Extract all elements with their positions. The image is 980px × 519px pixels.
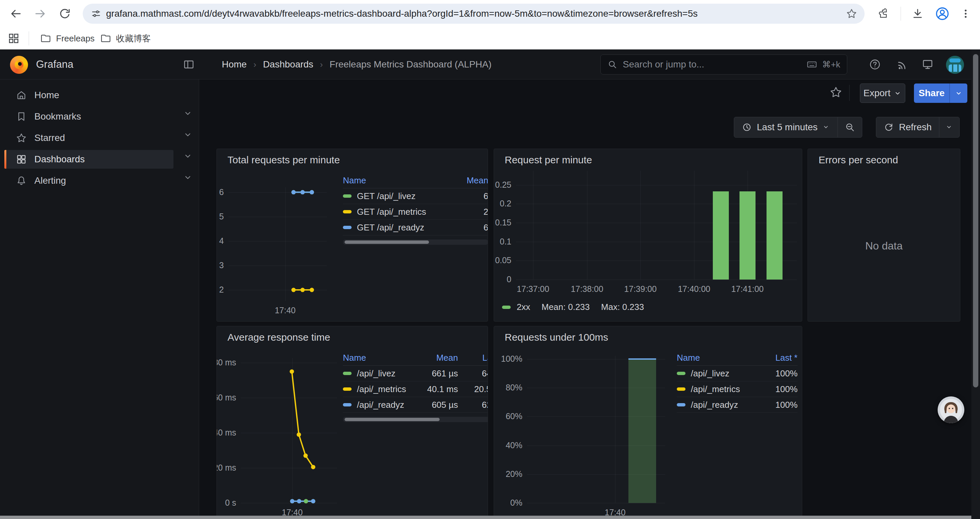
- sidebar-item-starred[interactable]: Starred: [4, 129, 173, 147]
- y-axis-tick-label: 0.1: [500, 237, 511, 246]
- legend-column-header[interactable]: Las: [458, 353, 488, 363]
- forward-icon[interactable]: [34, 7, 47, 21]
- apps-grid-icon[interactable]: [7, 32, 21, 45]
- vertical-scrollbar[interactable]: [971, 50, 980, 519]
- panel-title[interactable]: Total requests per minute: [228, 154, 340, 166]
- legend-row[interactable]: /api/_readyz605 µs620: [343, 397, 488, 413]
- search-input[interactable]: [622, 59, 802, 70]
- x-axis-tick-label: 17:39:00: [617, 284, 664, 294]
- refresh-interval-button[interactable]: [939, 117, 959, 137]
- news-rss-icon[interactable]: [896, 58, 908, 71]
- legend-series-name: /api/_readyz: [677, 400, 761, 410]
- legend-column-header[interactable]: Name: [677, 353, 761, 363]
- legend-row[interactable]: /api/_metrics40.1 ms20.5 r: [343, 382, 488, 397]
- reload-icon[interactable]: [58, 7, 72, 21]
- url-text[interactable]: grafana.mathmast.com/d/deytv4rwavabkb/fr…: [106, 4, 831, 24]
- legend-row[interactable]: GET /api/_metrics2: [343, 204, 488, 220]
- legend-column-header[interactable]: Mean: [455, 175, 488, 186]
- legend: NameLast */api/_livez100%/api/_metrics10…: [677, 350, 797, 413]
- legend-series-name: GET /api/_metrics: [343, 207, 455, 217]
- legend-row[interactable]: /api/_readyz100%: [677, 397, 797, 413]
- panel-title[interactable]: Errors per second: [819, 154, 898, 166]
- plot-area: 6543217:40: [229, 187, 327, 301]
- legend-scrollbar-track[interactable]: [343, 240, 488, 245]
- legend-swatch: [677, 372, 686, 375]
- bookmark-folder-blogs[interactable]: 收藏博客: [100, 27, 151, 50]
- share-menu-button[interactable]: [950, 83, 967, 103]
- home-icon: [16, 89, 27, 101]
- extensions-icon[interactable]: [877, 7, 890, 20]
- grafana-logo[interactable]: [10, 56, 28, 74]
- legend-row[interactable]: /api/_livez661 µs646: [343, 366, 488, 382]
- breadcrumb-separator: ›: [320, 59, 323, 70]
- sidebar-toggle-icon[interactable]: [183, 58, 195, 70]
- breadcrumb-dashboards[interactable]: Dashboards: [263, 59, 313, 70]
- legend-value: 646: [458, 368, 488, 379]
- panel-title[interactable]: Average response time: [228, 332, 330, 343]
- plot-area: 0.250.20.150.10.05017:37:0017:38:0017:39…: [516, 171, 797, 279]
- export-button[interactable]: Export: [860, 83, 905, 103]
- legend-row[interactable]: GET /api/_readyz6: [343, 220, 488, 235]
- breadcrumb-home[interactable]: Home: [222, 59, 247, 70]
- legend-scrollbar-track[interactable]: [343, 417, 488, 422]
- site-info-icon[interactable]: [91, 8, 102, 19]
- legend-value: 620: [458, 400, 488, 410]
- chevron-down-icon[interactable]: [183, 108, 193, 118]
- vertical-scrollbar-thumb[interactable]: [973, 54, 978, 387]
- toolbar-divider: [849, 85, 850, 101]
- assistant-avatar[interactable]: [938, 396, 964, 423]
- chevron-down-icon[interactable]: [183, 129, 193, 140]
- download-icon[interactable]: [911, 7, 924, 20]
- legend-scrollbar-thumb[interactable]: [345, 418, 440, 421]
- horizontal-scrollbar[interactable]: [0, 516, 971, 519]
- refresh-button[interactable]: Refresh: [876, 117, 939, 137]
- legend-column-header[interactable]: Mean: [411, 353, 458, 363]
- legend-series-label: GET /api/_livez: [357, 191, 415, 201]
- legend-column-header[interactable]: Last *: [761, 353, 797, 363]
- sidebar-item-bookmarks[interactable]: Bookmarks: [4, 107, 173, 126]
- legend-row[interactable]: /api/_livez100%: [677, 366, 797, 382]
- chevron-down-icon: [822, 123, 830, 131]
- monitor-icon[interactable]: [921, 58, 934, 71]
- line-series: [241, 358, 337, 503]
- legend: NameMeanGET /api/_livez6GET /api/_metric…: [343, 173, 488, 245]
- legend-item[interactable]: 2xx: [517, 302, 530, 312]
- legend-scrollbar-thumb[interactable]: [345, 241, 429, 244]
- browser-menu-icon[interactable]: [959, 7, 972, 20]
- clock-icon: [741, 122, 752, 133]
- zoom-out-button[interactable]: [838, 117, 862, 137]
- chevron-down-icon[interactable]: [183, 151, 193, 161]
- legend-item[interactable]: Max: 0.233: [601, 302, 644, 312]
- legend: NameMeanLas/api/_livez661 µs646/api/_met…: [343, 350, 488, 422]
- back-icon[interactable]: [9, 7, 22, 21]
- legend-row[interactable]: GET /api/_livez6: [343, 188, 488, 204]
- chart-bar: [767, 192, 783, 279]
- toolbar-divider: [900, 7, 901, 21]
- favorite-dashboard-star-icon[interactable]: [829, 86, 843, 99]
- share-button[interactable]: Share: [914, 83, 949, 103]
- address-bar[interactable]: grafana.mathmast.com/d/deytv4rwavabkb/fr…: [83, 4, 865, 24]
- legend-row[interactable]: /api/_metrics100%: [677, 382, 797, 397]
- search-box[interactable]: ⌘+k: [600, 54, 847, 75]
- legend-column-header[interactable]: Name: [343, 353, 411, 363]
- legend-value: 40.1 ms: [411, 384, 458, 394]
- legend-swatch: [343, 210, 352, 213]
- y-axis-tick-label: 40 ms: [216, 428, 236, 438]
- legend-series-name: GET /api/_livez: [343, 191, 455, 201]
- user-avatar[interactable]: [946, 56, 964, 74]
- y-axis-tick-label: 0.15: [495, 218, 511, 227]
- chevron-down-icon[interactable]: [183, 172, 193, 182]
- legend-item[interactable]: Mean: 0.233: [541, 302, 590, 312]
- legend-series-label: /api/_livez: [691, 368, 730, 379]
- bookmark-folder-freeleaps[interactable]: Freeleaps: [40, 27, 95, 50]
- sidebar-item-alerting[interactable]: Alerting: [4, 171, 173, 190]
- panel-title[interactable]: Requests under 100ms: [505, 332, 608, 343]
- legend-column-header[interactable]: Name: [343, 175, 455, 186]
- sidebar-item-home[interactable]: Home: [4, 86, 173, 105]
- time-range-picker[interactable]: Last 5 minutes: [734, 117, 838, 137]
- help-icon[interactable]: [869, 58, 881, 71]
- panel-title[interactable]: Request per minute: [505, 154, 592, 166]
- sidebar-item-dashboards[interactable]: Dashboards: [4, 150, 173, 169]
- bookmark-star-icon[interactable]: [846, 8, 857, 19]
- profile-icon[interactable]: [935, 6, 950, 21]
